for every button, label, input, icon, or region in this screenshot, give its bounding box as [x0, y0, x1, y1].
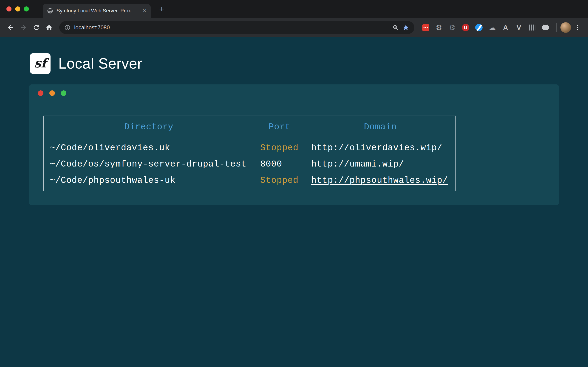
browser-tab[interactable]: Symfony Local Web Server: Prox ×: [43, 4, 151, 18]
window-zoom-button[interactable]: [24, 6, 29, 11]
window-minimize-button[interactable]: [15, 6, 20, 11]
port-cell: Stopped: [254, 172, 305, 191]
extension-u-badge-icon-glyph: U: [462, 24, 469, 31]
window-controls: [6, 6, 29, 11]
extension-blue-disc-icon[interactable]: [474, 22, 484, 33]
terminal-card: Directory Port Domain ~/Code/oliverdavie…: [29, 84, 559, 205]
back-arrow-icon: [7, 24, 14, 31]
extension-letter-v-icon-glyph: V: [517, 24, 521, 31]
extension-letter-a-icon[interactable]: A: [500, 22, 511, 33]
forward-arrow-icon: [20, 24, 27, 31]
domain-cell: http://umami.wip/: [305, 156, 456, 172]
browser-window: Symfony Local Web Server: Prox × + local…: [0, 0, 588, 37]
domain-column-header: Domain: [305, 116, 456, 138]
table-row: ~/Code/phpsouthwales-uk Stopped http://p…: [44, 172, 456, 191]
forward-button[interactable]: [17, 22, 29, 33]
extension-gear-icon-glyph: ⚙: [436, 23, 442, 32]
directory-cell: ~/Code/oliverdavies.uk: [44, 138, 254, 156]
extension-letter-a-icon-glyph: A: [503, 24, 508, 31]
extensions-bar: ⋯⚙⚙U☁AV: [418, 22, 553, 33]
domain-link[interactable]: http://phpsouthwales.wip/: [311, 175, 448, 185]
toolbar-divider: [556, 23, 557, 32]
table-header-row: Directory Port Domain: [44, 116, 456, 138]
page-content: sf Local Server Directory Port Domain ~/…: [0, 37, 588, 367]
tab-close-icon[interactable]: ×: [142, 7, 147, 14]
extension-bars-icon[interactable]: [527, 22, 537, 33]
port-cell: 8000: [254, 156, 305, 172]
extension-letter-v-icon[interactable]: V: [514, 22, 524, 33]
extension-cloud-icon-glyph: ☁: [489, 23, 496, 32]
extension-blue-disc-icon-glyph: [475, 24, 483, 31]
extension-octocat-icon-glyph: [542, 25, 549, 30]
home-icon: [45, 24, 53, 31]
profile-avatar[interactable]: [561, 22, 571, 33]
extension-bars-icon-glyph: [529, 25, 536, 31]
zoom-icon[interactable]: [392, 24, 399, 31]
port-cell: Stopped: [254, 138, 305, 156]
domain-cell: http://phpsouthwales.wip/: [305, 172, 456, 191]
bookmark-star-icon[interactable]: [402, 24, 409, 31]
extension-red-dots-icon[interactable]: ⋯: [420, 22, 431, 33]
directory-column-header: Directory: [44, 116, 254, 138]
domain-link[interactable]: http://oliverdavies.wip/: [311, 143, 442, 153]
port-column-header: Port: [254, 116, 305, 138]
port-link[interactable]: 8000: [260, 159, 282, 169]
reload-icon: [33, 24, 40, 31]
chrome-menu-button[interactable]: [572, 22, 583, 33]
extension-red-dots-icon-glyph: ⋯: [422, 24, 429, 31]
directory-cell: ~/Code/phpsouthwales-uk: [44, 172, 254, 191]
table-row: ~/Code/oliverdavies.uk Stopped http://ol…: [44, 138, 456, 156]
address-bar[interactable]: localhost:7080: [59, 21, 414, 34]
page-info-icon[interactable]: [64, 25, 70, 31]
extension-cloud-icon[interactable]: ☁: [487, 22, 498, 33]
browser-toolbar: localhost:7080 ⋯⚙⚙U☁AV: [0, 18, 588, 37]
reload-button[interactable]: [30, 22, 42, 33]
window-close-button[interactable]: [6, 6, 11, 11]
tab-title: Symfony Local Web Server: Prox: [57, 8, 139, 14]
kebab-menu-icon: [574, 24, 581, 31]
server-table-body: ~/Code/oliverdavies.uk Stopped http://ol…: [44, 138, 456, 191]
extension-u-badge-icon[interactable]: U: [460, 22, 471, 33]
terminal-dot-orange-icon: [49, 90, 55, 96]
terminal-dot-red-icon: [38, 90, 43, 96]
tab-strip: Symfony Local Web Server: Prox × +: [0, 0, 588, 18]
directory-cell: ~/Code/os/symfony-server-drupal-test: [44, 156, 254, 172]
page-title: Local Server: [58, 55, 142, 72]
table-row: ~/Code/os/symfony-server-drupal-test 800…: [44, 156, 456, 172]
extension-gear-icon[interactable]: ⚙: [434, 22, 444, 33]
extension-cog-icon-glyph: ⚙: [449, 23, 456, 32]
domain-link[interactable]: http://umami.wip/: [311, 159, 404, 169]
address-text: localhost:7080: [74, 24, 110, 31]
terminal-window-dots: [38, 90, 559, 96]
globe-favicon-icon: [47, 8, 53, 14]
symfony-logo-glyph: sf: [34, 56, 46, 70]
domain-cell: http://oliverdavies.wip/: [305, 138, 456, 156]
new-tab-button[interactable]: +: [155, 2, 168, 15]
brand-header: sf Local Server: [30, 53, 588, 74]
back-button[interactable]: [5, 22, 17, 33]
extension-octocat-icon[interactable]: [540, 22, 551, 33]
symfony-logo-icon: sf: [30, 53, 51, 74]
terminal-dot-green-icon: [61, 90, 66, 96]
extension-cog-icon[interactable]: ⚙: [447, 22, 458, 33]
home-button[interactable]: [43, 22, 55, 33]
server-table: Directory Port Domain ~/Code/oliverdavie…: [43, 116, 456, 191]
